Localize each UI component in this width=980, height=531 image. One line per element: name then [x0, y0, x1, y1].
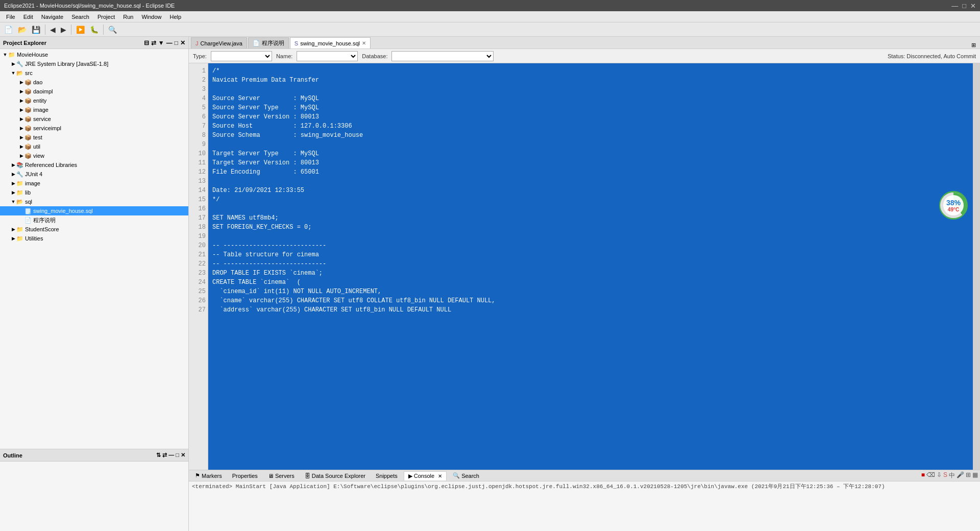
- servers-icon: 🖥: [268, 473, 274, 479]
- tree-reflibs[interactable]: ▶ 📚 Referenced Libraries: [0, 160, 188, 170]
- explorer-collapse-btn[interactable]: ⊟: [144, 39, 149, 46]
- menu-search[interactable]: Search: [67, 13, 93, 21]
- console-scroll-btn[interactable]: ⇩: [937, 471, 942, 480]
- line-num: 25: [189, 287, 206, 296]
- outline-max-btn[interactable]: □: [176, 452, 179, 458]
- tab-swing-sql[interactable]: S swing_movie_house.sql ✕: [290, 37, 371, 49]
- outline-min-btn[interactable]: —: [168, 452, 174, 458]
- explorer-close-btn[interactable]: ✕: [180, 39, 185, 46]
- bottom-tab-console[interactable]: ▶ Console ✕: [404, 471, 447, 480]
- toolbar-run[interactable]: ▶️: [74, 25, 87, 35]
- type-select[interactable]: [211, 51, 272, 61]
- editor-scrollbar[interactable]: [973, 63, 980, 470]
- daoimpl-label: daoimpl: [33, 88, 53, 94]
- outline-content: [0, 462, 188, 531]
- chargeview-label: ChargeView.java: [201, 40, 242, 46]
- menu-edit[interactable]: Edit: [19, 13, 37, 21]
- tab-chengxu[interactable]: 📄 程序说明: [248, 37, 289, 49]
- menu-help[interactable]: Help: [166, 13, 186, 21]
- tree-studentscore[interactable]: ▶ 📁 StudentScore: [0, 225, 188, 234]
- bottom-tab-markers[interactable]: ⚑ Markers: [191, 471, 226, 480]
- console-terminate-btn[interactable]: ■: [921, 471, 925, 480]
- console-btn5[interactable]: 中: [949, 471, 955, 480]
- menu-window[interactable]: Window: [137, 13, 165, 21]
- bottom-tab-properties[interactable]: Properties: [228, 472, 262, 480]
- console-btn6[interactable]: 🎤: [957, 471, 964, 480]
- tree-sql[interactable]: ▼ 📂 sql: [0, 197, 188, 206]
- tree-image-folder[interactable]: ▶ 📁 image: [0, 179, 188, 188]
- serviceimpl-arrow: ▶: [18, 126, 24, 131]
- name-select[interactable]: [297, 51, 358, 61]
- connection-status: Status: Disconnected, Auto Commit: [888, 53, 976, 59]
- tab-chargeview[interactable]: J ChargeView.java: [191, 37, 247, 49]
- menu-run[interactable]: Run: [119, 13, 137, 21]
- menu-project[interactable]: Project: [93, 13, 119, 21]
- bottom-panel: ⚑ Markers Properties 🖥 Servers 🗄 Data So…: [189, 470, 980, 531]
- explorer-menu-btn[interactable]: ▼: [158, 39, 164, 46]
- explorer-min-btn[interactable]: —: [166, 39, 173, 46]
- tree-util[interactable]: ▶ 📦 util: [0, 142, 188, 151]
- tree-src[interactable]: ▼ 📂 src: [0, 68, 188, 78]
- chengxu-tab-icon: 📄: [253, 40, 260, 46]
- tree-serviceimpl[interactable]: ▶ 📦 serviceimpl: [0, 124, 188, 133]
- tree-dao[interactable]: ▶ 📦 dao: [0, 78, 188, 87]
- console-app-btn[interactable]: ▦: [972, 471, 978, 480]
- sql-tab-close[interactable]: ✕: [362, 40, 366, 46]
- tree-chengxu[interactable]: 📄 程序说明: [0, 215, 188, 225]
- toolbar-new[interactable]: 📄: [2, 25, 15, 35]
- editor-tab-right-controls[interactable]: ⊞: [969, 42, 978, 49]
- root-folder-icon: 📁: [8, 52, 15, 58]
- database-select[interactable]: [391, 51, 494, 61]
- toolbar-back[interactable]: ◀: [48, 25, 58, 35]
- bottom-tab-servers[interactable]: 🖥 Servers: [264, 472, 299, 480]
- toolbar-search[interactable]: 🔍: [106, 25, 119, 35]
- close-button[interactable]: ✕: [970, 2, 976, 10]
- datasource-icon: 🗄: [305, 473, 310, 479]
- serviceimpl-label: serviceimpl: [33, 125, 61, 131]
- console-clear-btn[interactable]: ⌫: [926, 471, 935, 480]
- line-num: 8: [189, 131, 206, 140]
- maximize-button[interactable]: □: [962, 2, 966, 10]
- menu-file[interactable]: File: [2, 13, 19, 21]
- menu-navigate[interactable]: Navigate: [37, 13, 67, 21]
- tree-daoimpl[interactable]: ▶ 📦 daoimpl: [0, 87, 188, 96]
- console-grid-btn[interactable]: ⊞: [966, 471, 971, 480]
- tree-root[interactable]: ▼ 📁 MovieHouse: [0, 50, 188, 59]
- outline-link-btn[interactable]: ⇄: [162, 452, 167, 458]
- toolbar-forward[interactable]: ▶: [59, 25, 68, 35]
- tree-test[interactable]: ▶ 📦 test: [0, 133, 188, 142]
- tree-swing-sql[interactable]: 🗒️ swing_movie_house.sql: [0, 206, 188, 215]
- minimize-button[interactable]: —: [951, 2, 958, 10]
- project-explorer-content: ▼ 📁 MovieHouse ▶ 🔧 JRE System Library [J…: [0, 49, 188, 449]
- bottom-tab-search[interactable]: 🔍 Search: [449, 471, 483, 480]
- jre-arrow: ▶: [10, 61, 16, 66]
- console-cut-btn[interactable]: S: [943, 471, 947, 480]
- explorer-max-btn[interactable]: □: [175, 39, 178, 46]
- tree-jre[interactable]: ▶ 🔧 JRE System Library [JavaSE-1.8]: [0, 59, 188, 68]
- line-num: 22: [189, 259, 206, 269]
- bottom-tab-datasource[interactable]: 🗄 Data Source Explorer: [301, 472, 370, 480]
- bottom-tab-snippets[interactable]: Snippets: [372, 472, 402, 480]
- toolbar-open[interactable]: 📂: [16, 25, 29, 35]
- tree-entity[interactable]: ▶ 📦 entity: [0, 96, 188, 105]
- image-folder-arrow: ▶: [10, 181, 16, 186]
- snippets-label: Snippets: [376, 473, 398, 479]
- tree-utilities[interactable]: ▶ 📁 Utilities: [0, 234, 188, 243]
- window-controls[interactable]: — □ ✕: [951, 2, 976, 10]
- line-num: 17: [189, 213, 206, 223]
- tree-junit4[interactable]: ▶ 🔧 JUnit 4: [0, 170, 188, 179]
- explorer-link-btn[interactable]: ⇄: [151, 39, 156, 46]
- outline-close-btn[interactable]: ✕: [181, 452, 185, 458]
- tree-image[interactable]: ▶ 📦 image: [0, 105, 188, 114]
- tree-service[interactable]: ▶ 📦 service: [0, 114, 188, 124]
- view-icon: 📦: [24, 153, 32, 159]
- tree-lib[interactable]: ▶ 📁 lib: [0, 188, 188, 197]
- console-close[interactable]: ✕: [438, 473, 442, 479]
- toolbar-save[interactable]: 💾: [30, 25, 42, 35]
- code-editor[interactable]: /* Navicat Premium Data Transfer Source …: [208, 63, 973, 470]
- line-num: 7: [189, 122, 206, 131]
- tree-view[interactable]: ▶ 📦 view: [0, 151, 188, 160]
- main-layout: Project Explorer ⊟ ⇄ ▼ — □ ✕ ▼ 📁 MovieHo…: [0, 37, 980, 531]
- toolbar-debug[interactable]: 🐛: [88, 25, 101, 35]
- outline-sort-btn[interactable]: ⇅: [156, 452, 161, 458]
